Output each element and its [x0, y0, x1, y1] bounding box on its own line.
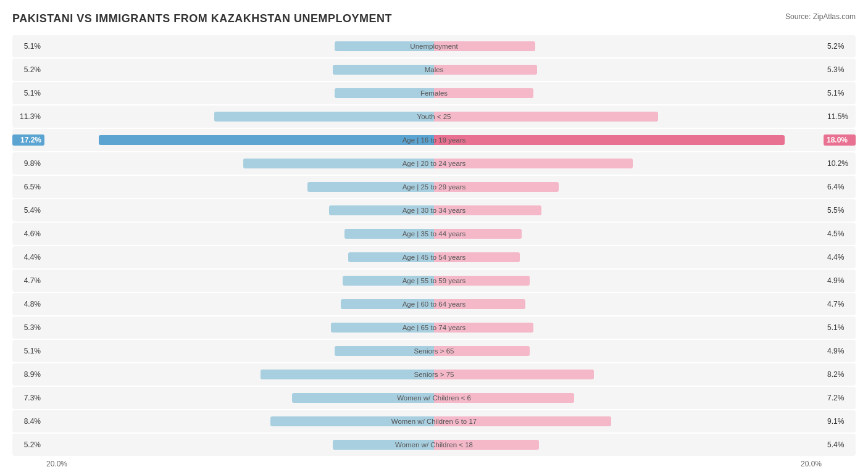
bar-blue [261, 370, 434, 379]
bar-pink [434, 65, 537, 75]
bar-left-value: 4.4% [12, 253, 44, 262]
bar-track: Age | 30 to 34 years [44, 199, 824, 221]
bar-blue [333, 440, 434, 450]
chart-row: 6.5%Age | 25 to 29 years6.4% [12, 176, 856, 198]
bar-blue [335, 346, 434, 356]
bar-pink [434, 393, 574, 403]
bar-right-value: 8.2% [824, 370, 856, 379]
chart-row: 5.1%Unemployment5.2% [12, 35, 856, 57]
x-axis: 20.0% 20.0% [12, 457, 856, 467]
bar-left-value: 5.4% [12, 206, 44, 215]
chart-row: 4.7%Age | 55 to 59 years4.9% [12, 270, 856, 292]
chart-rows: 5.1%Unemployment5.2%5.2%Males5.3%5.1%Fem… [12, 35, 856, 456]
bar-right-value: 5.1% [824, 89, 856, 97]
bar-left-value: 9.8% [12, 159, 44, 168]
chart-row: 5.2%Women w/ Children < 185.4% [12, 434, 856, 456]
chart-row: 5.1%Females5.1% [12, 82, 856, 104]
bar-left-value: 4.8% [12, 300, 44, 308]
bar-pink [434, 440, 539, 450]
bar-right-value: 5.4% [824, 440, 856, 449]
bar-track: Seniors > 65 [44, 340, 824, 362]
bar-track: Women w/ Children < 18 [44, 434, 824, 456]
x-axis-right: 20.0% [801, 460, 822, 467]
bar-track: Females [44, 82, 824, 104]
bar-right-value: 5.5% [824, 206, 856, 215]
bar-right-value: 4.5% [824, 229, 856, 238]
bar-pink [434, 416, 611, 426]
chart-row: 11.3%Youth < 2511.5% [12, 105, 856, 128]
bar-left-value: 5.1% [12, 42, 44, 51]
bar-track: Unemployment [44, 35, 824, 57]
chart-row: 4.4%Age | 45 to 54 years4.4% [12, 246, 856, 268]
chart-source: Source: ZipAtlas.com [785, 12, 856, 21]
bar-pink [434, 159, 633, 168]
bar-blue [344, 229, 434, 239]
bar-blue [335, 41, 434, 51]
bar-track: Age | 65 to 74 years [44, 316, 824, 339]
bar-track: Age | 16 to 19 years [44, 129, 824, 151]
bar-track: Age | 35 to 44 years [44, 223, 824, 245]
bar-track: Age | 55 to 59 years [44, 270, 824, 292]
bar-left-value: 6.5% [12, 183, 44, 191]
bar-pink [434, 135, 785, 145]
bar-left-value: 5.2% [12, 440, 44, 449]
bar-blue [329, 205, 434, 215]
bar-left-value: 5.3% [12, 323, 44, 332]
bar-left-value: 5.1% [12, 89, 44, 97]
bar-left-value: 17.2% [12, 134, 44, 146]
bar-pink [434, 346, 530, 356]
bar-right-value: 5.2% [824, 42, 856, 51]
bar-pink [434, 276, 530, 286]
bar-blue [335, 88, 434, 98]
bar-track: Age | 45 to 54 years [44, 246, 824, 268]
bar-right-value: 6.4% [824, 183, 856, 191]
bar-pink [434, 370, 594, 379]
chart-row: 5.1%Seniors > 654.9% [12, 340, 856, 362]
bar-track: Age | 25 to 29 years [44, 176, 824, 198]
bar-right-value: 4.4% [824, 253, 856, 262]
chart-row: 5.3%Age | 65 to 74 years5.1% [12, 316, 856, 339]
bar-pink [434, 182, 559, 192]
bar-track: Women w/ Children 6 to 17 [44, 410, 824, 432]
chart-row: 8.4%Women w/ Children 6 to 179.1% [12, 410, 856, 432]
bar-track: Women w/ Children < 6 [44, 387, 824, 409]
bar-right-value: 9.1% [824, 417, 856, 426]
bar-pink [434, 252, 520, 262]
bar-blue [243, 159, 434, 168]
bar-track: Youth < 25 [44, 105, 824, 128]
bar-left-value: 7.3% [12, 394, 44, 402]
bar-blue [307, 182, 434, 192]
bar-pink [434, 88, 533, 98]
bar-right-value: 18.0% [824, 134, 856, 146]
bar-blue [333, 65, 434, 75]
bar-right-value: 10.2% [824, 159, 856, 168]
bar-left-value: 4.6% [12, 229, 44, 238]
bar-pink [434, 299, 525, 309]
bar-left-value: 8.4% [12, 417, 44, 426]
bar-blue [214, 112, 435, 122]
bar-pink [434, 205, 541, 215]
bar-right-value: 11.5% [824, 112, 856, 121]
bar-blue [331, 323, 434, 333]
bar-right-value: 4.9% [824, 347, 856, 355]
chart-row: 5.2%Males5.3% [12, 59, 856, 81]
bar-track: Seniors > 75 [44, 363, 824, 386]
bar-track: Age | 20 to 24 years [44, 152, 824, 175]
bar-blue [348, 252, 434, 262]
bar-blue [341, 299, 434, 309]
chart-row: 4.6%Age | 35 to 44 years4.5% [12, 223, 856, 245]
chart-row: 7.3%Women w/ Children < 67.2% [12, 387, 856, 409]
bar-right-value: 4.7% [824, 300, 856, 308]
chart-row: 9.8%Age | 20 to 24 years10.2% [12, 152, 856, 175]
bar-right-value: 7.2% [824, 394, 856, 402]
bar-track: Males [44, 59, 824, 81]
chart-container: PAKISTANI VS IMMIGRANTS FROM KAZAKHSTAN … [12, 12, 856, 467]
chart-row: 4.8%Age | 60 to 64 years4.7% [12, 293, 856, 315]
bar-left-value: 5.1% [12, 347, 44, 355]
chart-header: PAKISTANI VS IMMIGRANTS FROM KAZAKHSTAN … [12, 12, 856, 25]
x-axis-left: 20.0% [46, 460, 67, 467]
chart-row: 17.2%Age | 16 to 19 years18.0% [12, 129, 856, 151]
bar-blue [343, 276, 434, 286]
bar-blue [99, 135, 434, 145]
bar-left-value: 8.9% [12, 370, 44, 379]
